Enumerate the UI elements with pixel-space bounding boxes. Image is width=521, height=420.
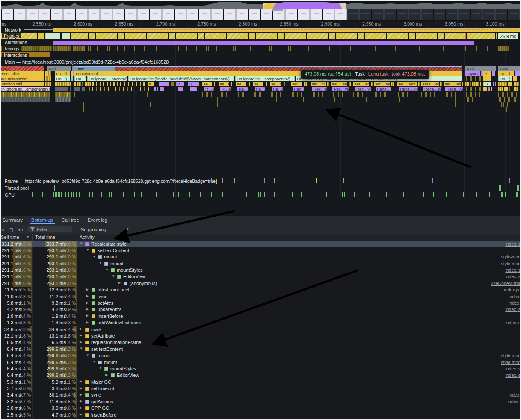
- flame-bar[interactable]: Rec…le: [312, 87, 327, 91]
- flame-tick[interactable]: [515, 71, 520, 76]
- activity-name[interactable]: mount: [110, 261, 124, 266]
- collapse-arrow-icon[interactable]: ▼: [86, 248, 89, 252]
- activity-name[interactable]: CPP GC: [91, 405, 109, 411]
- flame-tick[interactable]: [190, 87, 197, 91]
- flame-bar[interactable]: Task: [1, 66, 44, 71]
- expand-arrow-icon[interactable]: ▶: [80, 333, 82, 337]
- source-link[interactable]: style-mod: [501, 261, 520, 266]
- timeline-ruler[interactable]: ms 2,550 ms2,600 ms2,650 ms2,700 ms2,750…: [1, 21, 520, 27]
- table-row[interactable]: 2.5 ms0.5 %4.7 ms1.0 %▶insertBefore: [1, 411, 520, 418]
- column-divider[interactable]: [77, 234, 77, 241]
- flame-bar[interactable]: R…: [176, 82, 184, 86]
- timings-track-label[interactable]: Timings: [2, 46, 21, 51]
- source-link[interactable]: index.js: [505, 274, 520, 279]
- column-header-self-time[interactable]: Self time: [3, 235, 19, 240]
- activity-name[interactable]: updateAttrs: [98, 307, 121, 312]
- collapse-arrow-icon[interactable]: ▼: [80, 241, 83, 245]
- filmstrip-thumbnail[interactable]: [249, 9, 260, 20]
- filmstrip-thumbnail[interactable]: [76, 9, 88, 20]
- filmstrip-thumbnail[interactable]: [359, 9, 371, 20]
- flame-bar[interactable]: F…l: [483, 76, 491, 81]
- flame-bar[interactable]: On ignore list…components\/): [235, 76, 295, 81]
- activity-name[interactable]: Major GC: [91, 379, 111, 385]
- table-row[interactable]: 3.0 ms0.6 %3.0 ms0.6 %▶CPP GC: [1, 405, 520, 411]
- flame-tick[interactable]: [503, 102, 509, 107]
- table-row[interactable]: 11.0 ms2.3 %11.2 ms2.4 %▶syncindex.: [1, 293, 520, 300]
- flame-tick[interactable]: [465, 82, 469, 86]
- expand-arrow-icon[interactable]: ▶: [86, 288, 89, 291]
- table-row[interactable]: 11.9 ms2.5 %12.3 ms2.6 %▶attrsFromFaceti…: [1, 287, 520, 293]
- flame-bar[interactable]: set …tent: [374, 82, 390, 86]
- collapse-arrow-icon[interactable]: ▼: [92, 360, 96, 364]
- flame-tick[interactable]: [291, 92, 302, 97]
- table-row[interactable]: 6.4 ms1.4 %299.6 ms63.3 %▼mountstyle-mod: [1, 359, 520, 365]
- flame-bar[interactable]: Re…le: [272, 87, 283, 91]
- flame-tick[interactable]: [374, 92, 387, 97]
- tab-call-tree[interactable]: Call tree: [57, 216, 83, 224]
- activity-name[interactable]: mount: [98, 353, 111, 358]
- flame-tick[interactable]: [270, 92, 281, 97]
- flame-bar[interactable]: Task: [498, 66, 520, 71]
- flame-bar[interactable]: s…t: [148, 82, 154, 86]
- flame-bar[interactable]: Rec…le: [293, 87, 304, 91]
- flame-bar[interactable]: Task: [74, 66, 115, 71]
- activity-name[interactable]: requestAnimationFrame: [91, 340, 141, 345]
- table-row[interactable]: 6.4 ms1.4 %299.6 ms63.3 %▼mountstyle-mod: [1, 352, 520, 359]
- thread-pool-label[interactable]: Thread pool: [5, 185, 29, 191]
- grouping-select[interactable]: No grouping: [80, 227, 106, 232]
- collapse-arrow-icon[interactable]: ▼: [99, 366, 102, 370]
- expand-arrow-icon[interactable]: ▶: [80, 399, 82, 403]
- flame-tick[interactable]: [498, 82, 507, 86]
- flame-bar[interactable]: se…t: [236, 82, 246, 86]
- tab-event-log[interactable]: Event log: [83, 216, 112, 224]
- flame-bar[interactable]: Reca…yle: [445, 87, 463, 91]
- interactions-track-label[interactable]: Interactions: [2, 53, 29, 58]
- flame-tick[interactable]: [466, 92, 480, 97]
- expand-arrow-icon[interactable]: ▶: [86, 307, 89, 311]
- filmstrip-thumbnail[interactable]: [310, 9, 322, 20]
- flame-bar[interactable]: set …ent: [353, 82, 369, 86]
- activity-name[interactable]: insertBefore: [91, 412, 116, 417]
- source-link[interactable]: index.js: [505, 267, 520, 273]
- flame-tick[interactable]: [444, 92, 456, 97]
- filmstrip-thumbnail[interactable]: [471, 9, 483, 20]
- flame-bar[interactable]: Event: click: [1, 71, 44, 76]
- filmstrip-thumbnail[interactable]: [298, 9, 310, 20]
- filmstrip-thumbnail[interactable]: [347, 9, 359, 20]
- activity-name[interactable]: set textContent: [91, 347, 123, 352]
- source-link[interactable]: index.j: [508, 399, 520, 404]
- source-link[interactable]: index.js: [505, 307, 520, 312]
- flame-tick[interactable]: [508, 82, 512, 86]
- activity-name[interactable]: getActions: [91, 399, 113, 404]
- filmstrip-thumbnail[interactable]: [137, 9, 149, 20]
- flame-bar[interactable]: Layout: [465, 71, 480, 76]
- source-link[interactable]: style-mod: [501, 254, 520, 259]
- flame-tick[interactable]: [311, 92, 323, 97]
- filmstrip-thumbnail[interactable]: [323, 9, 335, 20]
- sort-arrow-icon[interactable]: ▼: [26, 235, 30, 239]
- flame-tick[interactable]: [498, 92, 518, 97]
- table-row[interactable]: 6.4 ms1.4 %299.6 ms63.3 %▶EditorViewinde…: [1, 372, 520, 379]
- table-row[interactable]: 291.1 ms61.6 %293.1 ms62.0 %▼EditorViewi…: [1, 273, 520, 280]
- frame-track-label[interactable]: Frame — https://id-preview--bd53fd9d-728…: [5, 179, 217, 184]
- flame-tick[interactable]: [55, 87, 68, 91]
- activity-name[interactable]: mount: [104, 360, 117, 365]
- filmstrip-thumbnail[interactable]: [175, 9, 186, 20]
- flame-tick[interactable]: [45, 82, 51, 86]
- flame-tick[interactable]: [160, 87, 164, 91]
- activity-name[interactable]: setAttrs: [98, 300, 113, 305]
- timings-track[interactable]: [1, 46, 520, 52]
- filmstrip-thumbnail[interactable]: [100, 9, 112, 20]
- filmstrip-thumbnail[interactable]: [26, 9, 38, 20]
- expand-arrow-icon[interactable]: ▶: [80, 406, 82, 410]
- table-row[interactable]: 331.2 ms70.0 %333.7 ms70.6 %▼Recalculate…: [1, 241, 520, 247]
- regex-icon[interactable]: (*): [8, 227, 13, 232]
- flame-tick[interactable]: [331, 92, 343, 97]
- collapse-arrow-icon[interactable]: ▼: [99, 261, 102, 265]
- table-row[interactable]: 3.4 ms0.7 %30.1 ms6.4 %▶syncindex.: [1, 392, 520, 398]
- filmstrip-thumbnail[interactable]: [483, 9, 495, 20]
- flame-bar[interactable]: On…): [498, 76, 512, 81]
- column-header-activity[interactable]: Activity: [80, 235, 95, 240]
- filmstrip-thumbnail[interactable]: [14, 9, 26, 20]
- flame-bar[interactable]: On ignore lis…omponents\/): [1, 87, 50, 91]
